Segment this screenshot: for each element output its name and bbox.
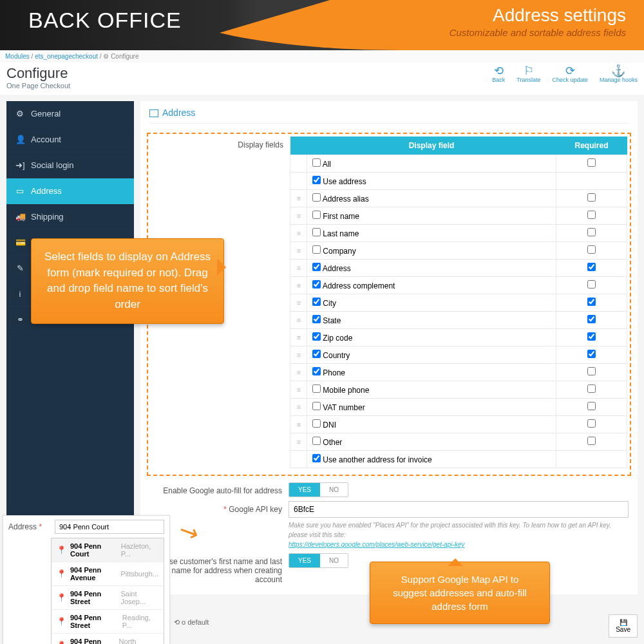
- required-checkbox[interactable]: [587, 211, 596, 219]
- display-checkbox[interactable]: [312, 176, 321, 184]
- drag-handle-icon[interactable]: ≡: [290, 433, 307, 451]
- display-checkbox[interactable]: [312, 437, 321, 445]
- field-row: ≡ First name: [290, 207, 627, 225]
- drag-handle-icon[interactable]: ≡: [290, 294, 307, 312]
- enable-autofill-toggle[interactable]: YES NO: [289, 482, 348, 497]
- display-checkbox[interactable]: [312, 193, 321, 202]
- check-update-button[interactable]: ⟳Check update: [552, 65, 588, 83]
- api-key-input[interactable]: [289, 501, 629, 518]
- required-checkbox[interactable]: [587, 158, 596, 167]
- required-checkbox[interactable]: [587, 350, 596, 358]
- reset-button[interactable]: ⟲ o default: [174, 618, 209, 627]
- display-checkbox[interactable]: [312, 228, 321, 236]
- field-label[interactable]: State: [312, 316, 341, 325]
- display-checkbox[interactable]: [312, 384, 321, 393]
- required-checkbox[interactable]: [587, 263, 596, 271]
- sidebar-icon: ➜]: [15, 160, 24, 170]
- display-checkbox[interactable]: [312, 298, 321, 306]
- sidebar-item-shipping[interactable]: 🚚Shipping: [6, 204, 134, 230]
- required-checkbox[interactable]: [587, 367, 596, 375]
- required-checkbox[interactable]: [587, 193, 596, 202]
- sidebar-label: Account: [31, 135, 61, 144]
- field-label[interactable]: Company: [312, 247, 356, 256]
- display-checkbox[interactable]: [312, 315, 321, 323]
- field-row: Use address: [290, 173, 627, 190]
- field-label[interactable]: Phone: [312, 368, 345, 377]
- drag-handle-icon[interactable]: ≡: [290, 277, 307, 294]
- display-checkbox[interactable]: [312, 419, 321, 428]
- autocomplete-option[interactable]: 📍904 Penn Court Hazleton, P...: [52, 538, 164, 562]
- display-checkbox[interactable]: [312, 245, 321, 254]
- field-label[interactable]: VAT number: [312, 403, 365, 412]
- api-key-link[interactable]: https://developers.google.com/places/web…: [289, 541, 464, 548]
- field-row: ≡ Mobile phone: [290, 381, 627, 399]
- required-checkbox[interactable]: [587, 419, 596, 428]
- autocomplete-option[interactable]: 📍904 Penn Court North Liberty...: [52, 634, 164, 644]
- display-checkbox[interactable]: [312, 402, 321, 410]
- display-checkbox[interactable]: [312, 454, 321, 462]
- field-label[interactable]: Use address: [312, 177, 366, 186]
- display-checkbox[interactable]: [312, 280, 321, 289]
- field-label[interactable]: Last name: [312, 229, 359, 238]
- sidebar-item-general[interactable]: ⚙General: [6, 101, 134, 127]
- drag-handle-icon[interactable]: ≡: [290, 312, 307, 329]
- autocomplete-option[interactable]: 📍904 Penn Street Saint Josep...: [52, 586, 164, 610]
- drag-handle-icon[interactable]: ≡: [290, 381, 307, 399]
- page-actions: ⟲Back ⚐Translate ⟳Check update ⚓Manage h…: [492, 65, 638, 83]
- pin-icon: 📍: [57, 593, 66, 602]
- field-label[interactable]: All: [312, 160, 331, 169]
- required-checkbox[interactable]: [587, 315, 596, 323]
- field-label[interactable]: City: [312, 299, 336, 308]
- drag-handle-icon[interactable]: ≡: [290, 346, 307, 364]
- field-label[interactable]: Mobile phone: [312, 386, 369, 395]
- required-checkbox[interactable]: [587, 298, 596, 306]
- demo-address-input[interactable]: [55, 520, 164, 534]
- field-label[interactable]: First name: [312, 212, 359, 221]
- field-label[interactable]: Address: [312, 264, 351, 273]
- field-label[interactable]: Country: [312, 351, 350, 360]
- drag-handle-icon[interactable]: ≡: [290, 416, 307, 433]
- save-button[interactable]: 💾Save: [609, 614, 638, 638]
- required-checkbox[interactable]: [587, 245, 596, 254]
- manage-hooks-button[interactable]: ⚓Manage hooks: [600, 65, 638, 83]
- drag-handle-icon[interactable]: ≡: [290, 190, 307, 207]
- banner-title: Address settings: [450, 5, 626, 26]
- required-checkbox[interactable]: [587, 280, 596, 289]
- sidebar-item-address[interactable]: ▭Address: [6, 178, 134, 204]
- display-checkbox[interactable]: [312, 367, 321, 375]
- required-checkbox[interactable]: [587, 228, 596, 236]
- display-checkbox[interactable]: [312, 263, 321, 271]
- drag-handle-icon[interactable]: ≡: [290, 329, 307, 346]
- required-checkbox[interactable]: [587, 437, 596, 445]
- display-checkbox[interactable]: [312, 332, 321, 341]
- drag-handle-icon[interactable]: ≡: [290, 399, 307, 416]
- drag-handle-icon[interactable]: ≡: [290, 225, 307, 242]
- required-checkbox[interactable]: [587, 402, 596, 410]
- drag-handle-icon[interactable]: ≡: [290, 364, 307, 381]
- sidebar-item-account[interactable]: 👤Account: [6, 127, 134, 153]
- field-label[interactable]: Address alias: [312, 194, 369, 204]
- translate-button[interactable]: ⚐Translate: [516, 65, 540, 83]
- autocomplete-option[interactable]: 📍904 Penn Avenue Pittsburgh...: [52, 562, 164, 586]
- required-checkbox[interactable]: [587, 332, 596, 341]
- field-label[interactable]: DNI: [312, 421, 336, 430]
- field-label[interactable]: Use another address for invoice: [312, 455, 432, 464]
- field-label[interactable]: Other: [312, 438, 342, 447]
- drag-handle-icon[interactable]: ≡: [290, 207, 307, 225]
- breadcrumb-module-name[interactable]: ets_onepagecheckout: [35, 53, 98, 60]
- sidebar-item-social-login[interactable]: ➜]Social login: [6, 153, 134, 178]
- drag-handle-icon[interactable]: ≡: [290, 260, 307, 277]
- back-button[interactable]: ⟲Back: [492, 65, 505, 83]
- display-checkbox[interactable]: [312, 211, 321, 219]
- drag-handle-icon[interactable]: ≡: [290, 242, 307, 260]
- display-checkbox[interactable]: [312, 350, 321, 358]
- required-checkbox[interactable]: [587, 384, 596, 393]
- breadcrumb-modules[interactable]: Modules: [5, 53, 30, 60]
- field-label[interactable]: Address complement: [312, 281, 395, 290]
- display-checkbox[interactable]: [312, 158, 321, 167]
- fields-table: Display field Required All Use address≡ …: [290, 137, 627, 468]
- sidebar-label: Address: [31, 186, 62, 196]
- field-label[interactable]: Zip code: [312, 334, 352, 343]
- autocomplete-option[interactable]: 📍904 Penn Street Reading, P...: [52, 610, 164, 634]
- use-name-toggle[interactable]: YES NO: [289, 553, 348, 568]
